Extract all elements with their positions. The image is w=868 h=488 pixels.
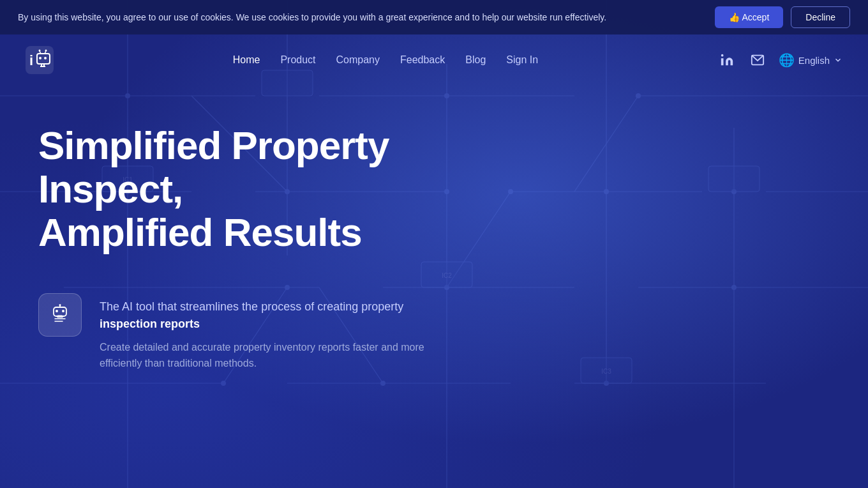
nav-link-blog[interactable]: Blog xyxy=(465,54,486,66)
hero-headline-line1: Simplified Property Inspect, xyxy=(38,123,389,211)
mail-icon xyxy=(751,53,765,67)
svg-text:IC3: IC3 xyxy=(601,368,611,375)
svg-point-59 xyxy=(721,54,724,57)
svg-point-35 xyxy=(380,381,385,386)
linkedin-icon xyxy=(720,53,734,67)
svg-rect-42 xyxy=(708,166,760,192)
nav-link-signin[interactable]: Sign In xyxy=(506,54,538,66)
svg-point-63 xyxy=(62,310,64,312)
cookie-banner-text: By using this website, you agree to our … xyxy=(18,11,705,24)
svg-text:i: i xyxy=(29,52,33,68)
svg-point-57 xyxy=(45,50,47,52)
language-label: English xyxy=(798,55,830,66)
svg-point-49 xyxy=(39,57,41,59)
svg-line-19 xyxy=(574,96,638,192)
navbar: i Home Product Company Feedback Blog Sig… xyxy=(0,34,868,86)
svg-rect-61 xyxy=(54,307,66,316)
svg-point-55 xyxy=(39,50,41,52)
svg-point-36 xyxy=(731,189,737,194)
svg-point-37 xyxy=(636,93,641,98)
logo-link[interactable]: i xyxy=(26,46,54,74)
navbar-nav: Home Product Company Feedback Blog Sign … xyxy=(233,54,538,66)
hero-headline: Simplified Property Inspect, Amplified R… xyxy=(38,124,536,255)
svg-point-28 xyxy=(731,285,737,290)
nav-link-feedback[interactable]: Feedback xyxy=(400,54,445,66)
main-content: Simplified Property Inspect, Amplified R… xyxy=(0,86,574,372)
svg-point-27 xyxy=(604,189,609,194)
logo-icon: i xyxy=(26,46,54,74)
feature-highlight: inspection reports xyxy=(100,317,200,330)
email-button[interactable] xyxy=(748,50,767,70)
language-selector[interactable]: 🌐 English xyxy=(779,52,842,68)
decline-button[interactable]: Decline xyxy=(791,6,850,28)
sub-description: Create detailed and accurate property in… xyxy=(100,339,431,372)
svg-point-50 xyxy=(44,57,47,59)
svg-point-32 xyxy=(604,381,609,386)
hero-headline-line2: Amplified Results xyxy=(38,210,362,254)
svg-point-33 xyxy=(221,381,226,386)
nav-link-company[interactable]: Company xyxy=(336,54,380,66)
svg-rect-70 xyxy=(57,316,63,317)
svg-rect-40 xyxy=(581,358,632,383)
svg-point-65 xyxy=(59,304,61,306)
cookie-banner: By using this website, you agree to our … xyxy=(0,0,868,34)
nav-link-product[interactable]: Product xyxy=(280,54,315,66)
svg-point-62 xyxy=(56,310,58,312)
accept-button[interactable]: 👍 Accept xyxy=(715,6,783,28)
cookie-buttons: 👍 Accept Decline xyxy=(715,6,850,28)
feature-block: The AI tool that streamlines the process… xyxy=(38,293,536,372)
navbar-right: 🌐 English xyxy=(717,50,842,70)
nav-link-home[interactable]: Home xyxy=(233,54,260,66)
feature-text: The AI tool that streamlines the process… xyxy=(100,293,457,372)
linkedin-button[interactable] xyxy=(717,50,737,70)
chevron-down-icon xyxy=(834,56,842,65)
feature-icon-wrap xyxy=(38,293,82,337)
svg-rect-58 xyxy=(721,58,724,65)
globe-icon: 🌐 xyxy=(779,52,795,68)
feature-description: The AI tool that streamlines the process… xyxy=(100,298,457,333)
robot-document-icon xyxy=(49,303,71,326)
feature-desc-part1: The AI tool that streamlines the process… xyxy=(100,300,403,313)
